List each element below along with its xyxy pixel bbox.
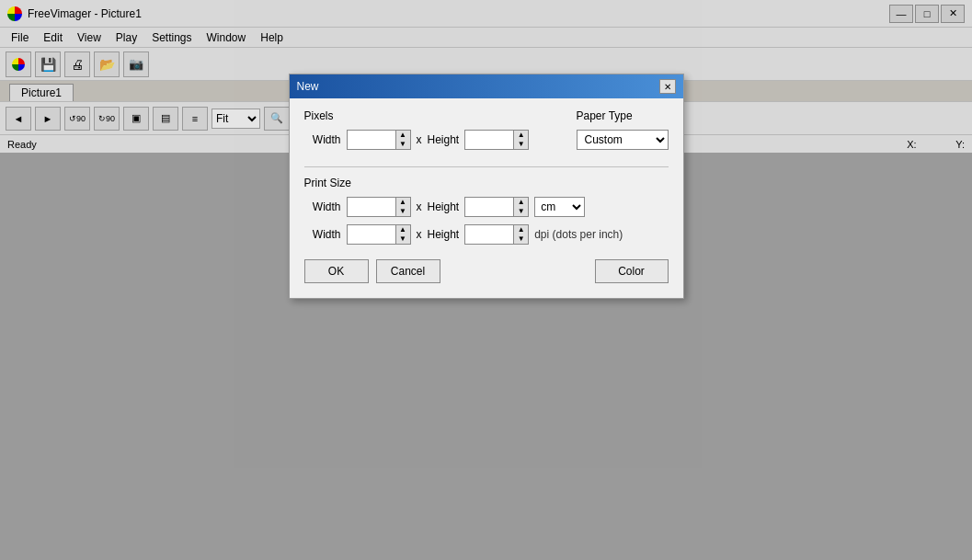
dialog-title-bar: New ✕ (290, 74, 683, 98)
dpi-label: dpi (dots per inch) (534, 228, 623, 241)
paper-type-select[interactable]: Custom A4 Letter Legal (577, 130, 669, 150)
dpi-row: Width 300 ▲ ▼ x Height 300 ▲ (304, 224, 669, 245)
dialog-title: New (297, 80, 319, 93)
print-x-label: x (417, 200, 422, 213)
print-width-down[interactable]: ▼ (395, 207, 410, 216)
dpi-x-label: x (417, 228, 422, 241)
pixels-width-input[interactable]: 640 ▲ ▼ (347, 130, 411, 150)
cancel-button[interactable]: Cancel (376, 259, 440, 283)
pixels-row: Width 640 ▲ ▼ x Height 480 (304, 130, 530, 150)
print-width-field[interactable]: 5.42 (348, 198, 395, 216)
print-height-spinners: ▲ ▼ (513, 198, 528, 216)
dialog-buttons: OK Cancel Color (304, 259, 669, 287)
pixels-height-down[interactable]: ▼ (513, 140, 528, 149)
print-size-section: Print Size Width 5.42 ▲ ▼ x Height 4.06 (304, 177, 669, 245)
pixels-width-down[interactable]: ▼ (395, 140, 410, 149)
dialog-body: Pixels Width 640 ▲ ▼ x Height (290, 98, 683, 298)
print-height-down[interactable]: ▼ (513, 207, 528, 216)
pixels-height-spinners: ▲ ▼ (513, 131, 528, 149)
dpi-width-label: Width (304, 228, 341, 241)
pixels-width-spinners: ▲ ▼ (395, 131, 410, 149)
pixels-section: Pixels Width 640 ▲ ▼ x Height (304, 109, 530, 157)
print-size-label: Print Size (304, 177, 669, 189)
pixels-width-up[interactable]: ▲ (395, 131, 410, 140)
paper-type-label: Paper Type (577, 109, 669, 122)
pixels-width-field[interactable]: 640 (348, 131, 395, 149)
print-width-label: Width (304, 200, 341, 213)
pixels-height-field[interactable]: 480 (465, 131, 513, 149)
dpi-width-down[interactable]: ▼ (395, 234, 410, 244)
print-height-label: Height (428, 200, 460, 213)
pixels-height-label: Height (428, 133, 460, 146)
print-width-spinners: ▲ ▼ (395, 198, 410, 216)
dpi-width-input[interactable]: 300 ▲ ▼ (347, 224, 411, 245)
dpi-height-spinners: ▲ ▼ (513, 225, 528, 244)
pixels-height-up[interactable]: ▲ (513, 131, 528, 140)
dpi-width-up[interactable]: ▲ (395, 225, 410, 234)
divider-1 (304, 166, 669, 167)
dpi-height-up[interactable]: ▲ (513, 225, 528, 234)
paper-type-section: Paper Type Custom A4 Letter Legal (577, 109, 669, 150)
dialog-close-button[interactable]: ✕ (659, 79, 676, 94)
pixels-x-label: x (417, 133, 422, 146)
pixels-label: Pixels (304, 109, 530, 122)
unit-select[interactable]: cm in (534, 197, 585, 217)
new-dialog: New ✕ Pixels Width 640 ▲ ▼ (289, 74, 684, 299)
pixels-height-input[interactable]: 480 ▲ ▼ (464, 130, 529, 150)
color-button[interactable]: Color (595, 259, 669, 283)
print-width-up[interactable]: ▲ (395, 198, 410, 207)
dpi-height-field[interactable]: 300 (465, 225, 513, 244)
dpi-height-down[interactable]: ▼ (513, 234, 528, 244)
dpi-height-input[interactable]: 300 ▲ ▼ (464, 224, 529, 245)
pixels-width-label: Width (304, 133, 341, 146)
dpi-width-field[interactable]: 300 (348, 225, 395, 244)
dialog-overlay: New ✕ Pixels Width 640 ▲ ▼ (0, 0, 972, 560)
print-height-input[interactable]: 4.06 ▲ ▼ (464, 197, 529, 217)
ok-button[interactable]: OK (304, 259, 369, 283)
print-height-up[interactable]: ▲ (513, 198, 528, 207)
dpi-height-label: Height (428, 228, 460, 241)
print-height-field[interactable]: 4.06 (465, 198, 513, 216)
dialog-btn-group-left: OK Cancel (304, 259, 440, 283)
print-width-input[interactable]: 5.42 ▲ ▼ (347, 197, 411, 217)
print-size-row: Width 5.42 ▲ ▼ x Height 4.06 ▲ (304, 197, 669, 217)
dpi-width-spinners: ▲ ▼ (395, 225, 410, 244)
